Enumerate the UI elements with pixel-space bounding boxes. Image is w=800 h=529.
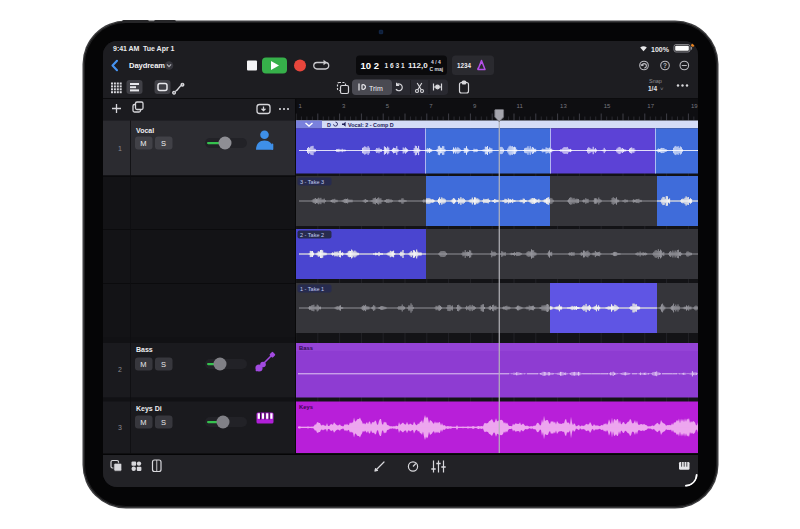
svg-text:3: 3 [118, 424, 122, 431]
svg-text:Bass: Bass [299, 345, 313, 351]
svg-text:1: 1 [118, 145, 122, 152]
svg-text:Vocal: Vocal [136, 127, 154, 134]
svg-text:Trim: Trim [369, 85, 383, 92]
svg-text:15: 15 [604, 103, 611, 109]
svg-text:Snap: Snap [649, 78, 662, 84]
svg-text:9:41 AM: 9:41 AM [113, 45, 139, 52]
svg-text:1 6 3 1: 1 6 3 1 [385, 62, 405, 69]
svg-text:Daydream: Daydream [129, 61, 165, 70]
svg-text:Keys Di: Keys Di [136, 405, 162, 413]
svg-text:Tue Apr 1: Tue Apr 1 [143, 45, 175, 53]
svg-text:S: S [161, 360, 166, 369]
svg-text:1 - Take 1: 1 - Take 1 [300, 286, 324, 292]
svg-text:1/4: 1/4 [648, 85, 657, 92]
svg-text:Bass: Bass [136, 346, 153, 353]
svg-text:1234: 1234 [457, 62, 472, 69]
svg-text:M: M [140, 139, 146, 148]
svg-text:13: 13 [560, 103, 567, 109]
svg-text:D: D [327, 122, 331, 128]
svg-text:M: M [140, 360, 146, 369]
svg-text:?: ? [663, 62, 667, 69]
svg-text:112,0: 112,0 [408, 61, 428, 70]
svg-text:19: 19 [691, 103, 698, 109]
svg-text:Keys: Keys [299, 404, 313, 410]
svg-text:3 - Take 3: 3 - Take 3 [300, 179, 324, 185]
svg-text:S: S [161, 139, 166, 148]
svg-text:100%: 100% [651, 46, 670, 53]
svg-text:Vocal: 2 - Comp D: Vocal: 2 - Comp D [348, 122, 394, 128]
svg-text:4 / 4: 4 / 4 [431, 59, 441, 65]
svg-text:˅: ˅ [660, 86, 664, 92]
svg-text:2: 2 [118, 366, 122, 373]
svg-text:M: M [140, 418, 146, 427]
svg-text:10 2: 10 2 [361, 60, 380, 71]
svg-text:17: 17 [647, 103, 654, 109]
svg-text:C maj: C maj [430, 66, 444, 72]
svg-text:2 - Take 2: 2 - Take 2 [300, 232, 324, 238]
svg-text:11: 11 [517, 103, 524, 109]
svg-text:S: S [161, 418, 166, 427]
